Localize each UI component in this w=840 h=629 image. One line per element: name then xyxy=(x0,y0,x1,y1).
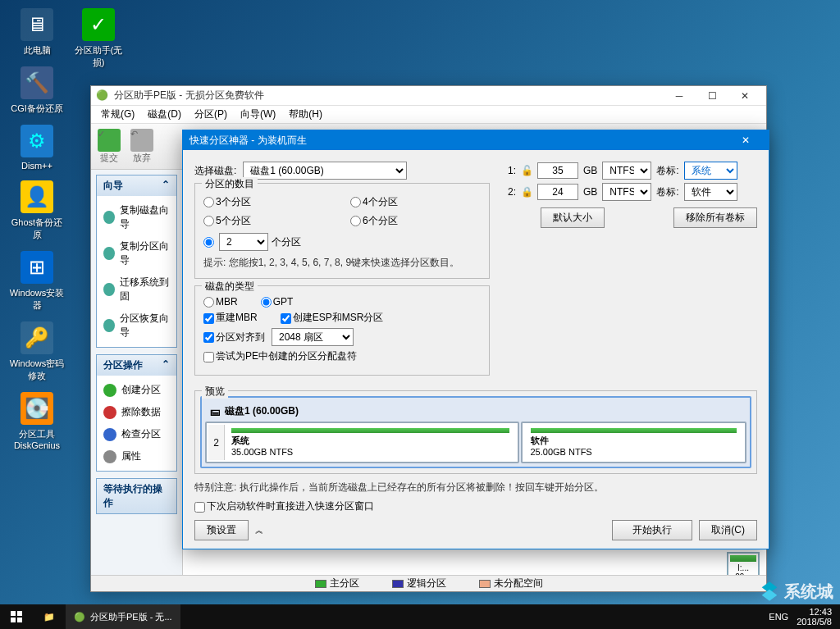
dialog-close-button[interactable]: ✕ xyxy=(729,134,762,146)
preview-disk-name: 磁盘1 (60.00GB) xyxy=(225,404,299,418)
desktop-icon-win-installer[interactable]: ⊞Windows安装器 xyxy=(8,251,66,312)
toolbar-commit[interactable]: ✓提交 xyxy=(98,129,121,164)
radio-mbr[interactable]: MBR xyxy=(203,296,238,308)
menu-wizard[interactable]: 向导(W) xyxy=(234,107,282,121)
sidebar-item-copy-disk[interactable]: 复制磁盘向导 xyxy=(97,199,176,235)
radio-4-partitions[interactable]: 4个分区 xyxy=(350,195,481,209)
partition-count-fieldset: 分区的数目 3个分区 4个分区 5个分区 6个分区 2 个分区 提示: 您能按1… xyxy=(194,183,490,279)
preview-partition-1[interactable]: 2 系统35.00GB NTFS xyxy=(205,422,519,463)
count-legend: 分区的数目 xyxy=(202,177,258,191)
chevron-icon[interactable]: ︽ xyxy=(255,525,263,536)
hammer-icon: 🔨 xyxy=(21,66,53,99)
disk-select[interactable]: 磁盘1 (60.00GB) xyxy=(243,162,407,180)
disk-icon: 💽 xyxy=(21,392,53,425)
system-tray: ENG 12:43 2018/5/8 xyxy=(760,607,840,627)
sidebar-item-migrate-os[interactable]: 迁移系统到固 xyxy=(97,271,176,308)
preview-fieldset: 预览 🖴磁盘1 (60.00GB) 2 系统35.00GB NTFS 软件25.… xyxy=(194,390,757,474)
titlebar[interactable]: 🟢 分区助手PE版 - 无损分区免费软件 ─ ☐ ✕ xyxy=(91,86,766,106)
desktop-icon-win-password[interactable]: 🔑Windows密码修改 xyxy=(8,321,66,382)
taskbar-explorer-icon[interactable]: 📁 xyxy=(33,612,66,622)
desktop-icon-partition-assistant[interactable]: ✓分区助手(无损) xyxy=(70,8,127,69)
sidebar-item-wipe[interactable]: 擦除数据 xyxy=(97,401,176,423)
legend: 主分区 逻辑分区 未分配空间 xyxy=(91,575,766,591)
close-button[interactable]: ✕ xyxy=(728,87,761,105)
radio-custom-partitions[interactable] xyxy=(203,236,216,248)
wizard-icon xyxy=(103,319,115,332)
sidebar-item-create[interactable]: 创建分区 xyxy=(97,379,176,401)
desktop-icon-diskgenius[interactable]: 💽分区工具DiskGenius xyxy=(8,392,66,450)
collapse-icon: ⌃ xyxy=(162,179,170,193)
radio-6-partitions[interactable]: 6个分区 xyxy=(350,214,481,228)
wizard-icon xyxy=(103,283,115,296)
tray-lang[interactable]: ENG xyxy=(769,612,788,622)
sidebar-panel-wizard: 向导⌃ 复制磁盘向导 复制分区向导 迁移系统到固 分区恢复向导 xyxy=(96,175,177,348)
menubar: 常规(G) 磁盘(D) 分区(P) 向导(W) 帮助(H) xyxy=(91,106,766,124)
maximize-button[interactable]: ☐ xyxy=(696,87,728,105)
legend-unalloc: 未分配空间 xyxy=(479,577,543,590)
default-size-button[interactable]: 默认大小 xyxy=(541,207,605,228)
align-select[interactable]: 2048 扇区 xyxy=(272,328,354,346)
partition-row-2: 2: 🔒 GB NTFS 卷标: 软件 xyxy=(506,183,757,201)
sidebar-item-check[interactable]: 检查分区 xyxy=(97,423,176,445)
lock-icon[interactable]: 🔓 xyxy=(521,165,532,176)
chk-pe-letter[interactable]: 尝试为PE中创建的分区分配盘符 xyxy=(203,349,357,363)
preview-partition-2[interactable]: 软件25.00GB NTFS xyxy=(521,422,747,463)
sidebar-head-wizard[interactable]: 向导⌃ xyxy=(97,175,176,196)
quick-partition-dialog: 快速分区神器 - 为装机而生 ✕ 选择磁盘: 磁盘1 (60.00GB) 分区的… xyxy=(182,130,769,549)
menu-partition[interactable]: 分区(P) xyxy=(188,107,234,121)
desktop-icon-cgi-backup[interactable]: 🔨CGI备份还原 xyxy=(8,66,66,115)
desktop-icon-ghost[interactable]: 👤Ghost备份还原 xyxy=(8,180,66,241)
chk-align[interactable]: 分区对齐到 xyxy=(203,330,265,344)
radio-gpt[interactable]: GPT xyxy=(261,296,294,308)
disk-label: 选择磁盘: xyxy=(194,164,236,178)
sidebar-head-ops[interactable]: 分区操作⌃ xyxy=(97,355,176,376)
wipe-icon xyxy=(103,406,116,419)
type-legend: 磁盘的类型 xyxy=(202,280,258,294)
sidebar-head-pending[interactable]: 等待执行的操作 xyxy=(97,479,176,513)
sidebar-item-copy-partition[interactable]: 复制分区向导 xyxy=(97,235,176,271)
chk-next-start[interactable]: 下次启动软件时直接进入快速分区窗口 xyxy=(194,500,374,512)
preset-button[interactable]: 预设置 xyxy=(194,520,249,540)
size-input-1[interactable] xyxy=(537,162,578,179)
vol-select-2[interactable]: 软件 xyxy=(684,183,737,201)
chk-rebuild-mbr[interactable]: 重建MBR xyxy=(203,311,258,325)
fs-select-2[interactable]: NTFS xyxy=(602,183,651,201)
preview-legend: 预览 xyxy=(202,385,228,399)
menu-disk[interactable]: 磁盘(D) xyxy=(141,107,188,121)
fs-select-1[interactable]: NTFS xyxy=(602,162,651,180)
menu-help[interactable]: 帮助(H) xyxy=(282,107,329,121)
custom-count-select[interactable]: 2 xyxy=(219,233,268,251)
app-icon: 🟢 xyxy=(96,89,109,103)
create-icon xyxy=(103,384,116,397)
minimize-button[interactable]: ─ xyxy=(663,87,696,105)
sidebar-item-recover[interactable]: 分区恢复向导 xyxy=(97,308,176,344)
sidebar-item-props[interactable]: 属性 xyxy=(97,445,176,467)
menu-general[interactable]: 常规(G) xyxy=(94,107,141,121)
radio-5-partitions[interactable]: 5个分区 xyxy=(203,214,334,228)
start-button[interactable]: 开始执行 xyxy=(612,520,692,540)
start-button[interactable] xyxy=(0,604,33,629)
svg-rect-3 xyxy=(17,618,22,622)
tray-date[interactable]: 2018/5/8 xyxy=(797,617,832,627)
dialog-titlebar[interactable]: 快速分区神器 - 为装机而生 ✕ xyxy=(183,130,769,150)
preview-bar: 🖴磁盘1 (60.00GB) 2 系统35.00GB NTFS 软件25.00G… xyxy=(200,396,751,468)
remove-labels-button[interactable]: 移除所有卷标 xyxy=(673,207,757,228)
taskbar: 📁 🟢分区助手PE版 - 无... ENG 12:43 2018/5/8 xyxy=(0,604,840,629)
lock-icon[interactable]: 🔒 xyxy=(521,186,532,198)
svg-rect-0 xyxy=(11,611,16,616)
check-icon xyxy=(103,428,116,441)
vol-select-1[interactable]: 系统 xyxy=(684,162,737,180)
toolbar-discard[interactable]: ↶放弃 xyxy=(130,129,153,164)
chk-create-esp[interactable]: 创建ESP和MSR分区 xyxy=(281,311,384,325)
desktop-icon-this-pc[interactable]: 🖥此电脑 xyxy=(8,8,66,57)
desktop-icon-dism[interactable]: ⚙Dism++ xyxy=(8,125,66,171)
installer-icon: ⊞ xyxy=(21,251,53,284)
size-input-2[interactable] xyxy=(537,184,578,200)
radio-3-partitions[interactable]: 3个分区 xyxy=(203,195,334,209)
sidebar: 向导⌃ 复制磁盘向导 复制分区向导 迁移系统到固 分区恢复向导 分区操作⌃ 创建… xyxy=(91,170,183,575)
cancel-button[interactable]: 取消(C) xyxy=(699,520,757,540)
commit-icon: ✓ xyxy=(98,129,121,152)
check-icon: ✓ xyxy=(82,8,115,41)
taskbar-item-pa[interactable]: 🟢分区助手PE版 - 无... xyxy=(66,604,180,629)
tray-time[interactable]: 12:43 xyxy=(797,607,832,617)
